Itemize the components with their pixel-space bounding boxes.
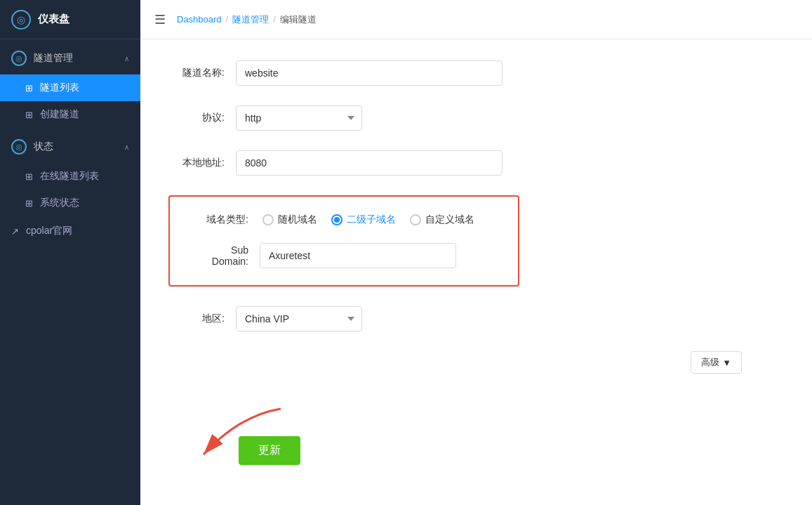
protocol-row: 协议: http https tcp udp xyxy=(168,105,784,131)
tunnel-mgmt-label: 隧道管理 xyxy=(34,52,117,65)
domain-type-label: 域名类型: xyxy=(192,214,248,226)
radio-second-level-circle xyxy=(331,214,342,225)
local-address-row: 本地地址: xyxy=(168,150,784,176)
breadcrumb-sep1: / xyxy=(226,14,229,25)
sidebar-item-online-tunnels-label: 在线隧道列表 xyxy=(40,170,99,183)
form-area: 隧道名称: 协议: http https tcp udp 本地地址: 域名类型: xyxy=(140,39,812,505)
bottom-area: 更新 xyxy=(168,388,784,479)
sidebar-item-system-status-label: 系统状态 xyxy=(40,197,79,209)
subdomain-label: Sub Domain: xyxy=(192,244,248,267)
sidebar-header: ◎ 仪表盘 xyxy=(0,0,140,39)
domain-type-row: 域名类型: 随机域名 二级子域名 自定义域名 xyxy=(192,214,495,226)
tunnel-name-label: 隧道名称: xyxy=(168,67,225,79)
breadcrumb: Dashboard / 隧道管理 / 编辑隧道 xyxy=(177,13,317,26)
external-link-icon: ↗ xyxy=(11,226,19,237)
tunnel-mgmt-arrow: ∧ xyxy=(124,55,129,63)
grid2-icon: ⊞ xyxy=(25,110,33,120)
menu-icon[interactable]: ☰ xyxy=(154,12,166,27)
domain-box: 域名类型: 随机域名 二级子域名 自定义域名 xyxy=(168,195,519,287)
tunnel-mgmt-section: ◎ 隧道管理 ∧ ⊞ 隧道列表 ⊞ 创建隧道 xyxy=(0,42,140,128)
dashboard-icon: ◎ xyxy=(11,10,31,29)
radio-custom-label: 自定义域名 xyxy=(425,214,474,226)
sidebar-title: 仪表盘 xyxy=(38,13,69,26)
status-arrow: ∧ xyxy=(124,143,129,151)
radio-second-level-label: 二级子域名 xyxy=(347,214,396,226)
radio-group: 随机域名 二级子域名 自定义域名 xyxy=(262,214,474,226)
status-header[interactable]: ◎ 状态 ∧ xyxy=(0,131,140,163)
tunnel-mgmt-header[interactable]: ◎ 隧道管理 ∧ xyxy=(0,42,140,74)
breadcrumb-sep2: / xyxy=(273,14,276,25)
sidebar-cpolar-link[interactable]: ↗ cpolar官网 xyxy=(0,216,140,246)
topbar: ☰ Dashboard / 隧道管理 / 编辑隧道 xyxy=(140,0,812,39)
grid4-icon: ⊞ xyxy=(25,198,33,209)
sidebar-item-system-status[interactable]: ⊞ 系统状态 xyxy=(0,190,140,216)
grid3-icon: ⊞ xyxy=(25,171,33,182)
status-section: ◎ 状态 ∧ ⊞ 在线隧道列表 ⊞ 系统状态 xyxy=(0,131,140,216)
radio-custom[interactable]: 自定义域名 xyxy=(410,214,474,226)
tunnel-mgmt-icon: ◎ xyxy=(11,51,27,66)
local-address-label: 本地地址: xyxy=(168,157,225,169)
status-icon: ◎ xyxy=(11,139,27,155)
radio-random-circle xyxy=(262,214,274,225)
tunnel-name-row: 隧道名称: xyxy=(168,60,784,86)
advanced-arrow-icon: ▼ xyxy=(722,358,731,368)
subdomain-input[interactable] xyxy=(260,243,456,268)
sidebar-item-tunnel-list[interactable]: ⊞ 隧道列表 xyxy=(0,74,140,101)
main-content: ☰ Dashboard / 隧道管理 / 编辑隧道 隧道名称: 协议: http… xyxy=(140,0,812,505)
status-label: 状态 xyxy=(34,140,117,153)
sidebar-item-online-tunnels[interactable]: ⊞ 在线隧道列表 xyxy=(0,163,140,190)
protocol-label: 协议: xyxy=(168,112,225,124)
radio-random-label: 随机域名 xyxy=(278,214,317,226)
breadcrumb-tunnel-mgmt[interactable]: 隧道管理 xyxy=(232,13,269,26)
sidebar-item-tunnel-list-label: 隧道列表 xyxy=(40,81,79,94)
region-label: 地区: xyxy=(168,313,225,325)
sidebar: ◎ 仪表盘 ◎ 隧道管理 ∧ ⊞ 隧道列表 ⊞ 创建隧道 ◎ 状态 ∧ ⊞ 在线… xyxy=(0,0,140,505)
advanced-row: 高级 ▼ xyxy=(168,351,784,374)
breadcrumb-edit-tunnel: 编辑隧道 xyxy=(280,13,317,26)
arrow-container xyxy=(168,402,323,465)
region-select[interactable]: China VIP China US EU xyxy=(236,306,362,332)
sidebar-item-create-tunnel-label: 创建隧道 xyxy=(40,108,79,121)
protocol-select[interactable]: http https tcp udp xyxy=(236,105,362,131)
sidebar-cpolar-label: cpolar官网 xyxy=(26,225,72,237)
subdomain-row: Sub Domain: xyxy=(192,243,495,268)
tunnel-name-input[interactable] xyxy=(236,60,502,86)
arrow-svg xyxy=(168,402,309,465)
advanced-button[interactable]: 高级 ▼ xyxy=(691,351,742,374)
radio-custom-circle xyxy=(410,214,421,225)
grid-icon: ⊞ xyxy=(25,83,33,93)
breadcrumb-dashboard[interactable]: Dashboard xyxy=(177,14,222,25)
radio-second-level[interactable]: 二级子域名 xyxy=(331,214,396,226)
advanced-label: 高级 xyxy=(701,356,719,369)
local-address-input[interactable] xyxy=(236,150,502,176)
radio-random[interactable]: 随机域名 xyxy=(262,214,317,226)
region-row: 地区: China VIP China US EU xyxy=(168,306,784,332)
sidebar-item-create-tunnel[interactable]: ⊞ 创建隧道 xyxy=(0,101,140,128)
